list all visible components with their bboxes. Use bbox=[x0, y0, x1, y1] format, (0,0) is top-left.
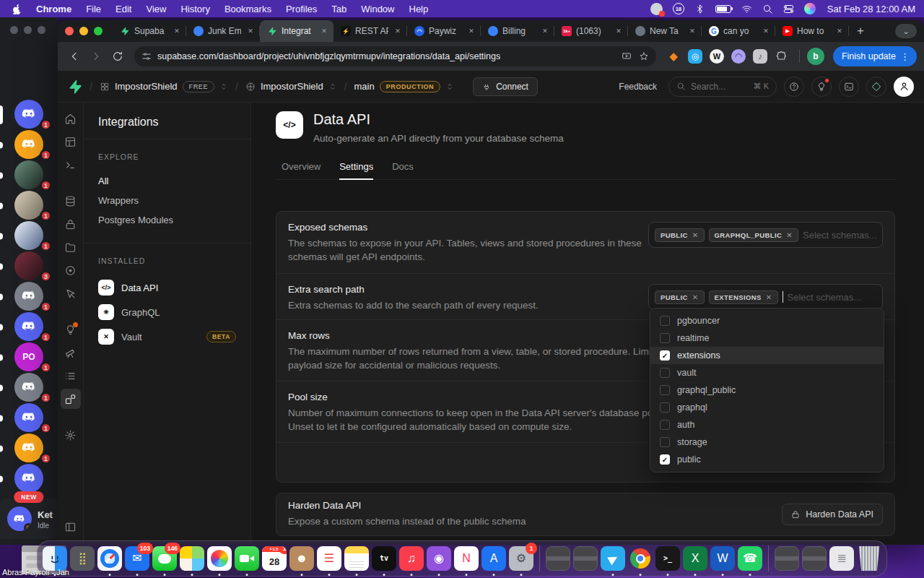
server-avatar[interactable] bbox=[14, 373, 43, 402]
help-button[interactable] bbox=[784, 77, 804, 97]
sql-editor-nav-icon[interactable] bbox=[61, 155, 81, 175]
dock-window-preview-2-icon[interactable] bbox=[573, 546, 598, 571]
server-avatar[interactable] bbox=[14, 100, 43, 129]
dock-telegram-icon[interactable]: ▶ bbox=[601, 546, 625, 571]
supabase-logo[interactable] bbox=[68, 79, 82, 94]
connect-button[interactable]: Connect bbox=[473, 77, 538, 96]
discord-user-panel[interactable]: ☾ Ket Idle bbox=[0, 499, 58, 539]
unchecked-checkbox[interactable] bbox=[660, 333, 670, 343]
close-window-button[interactable] bbox=[65, 27, 74, 35]
chip-remove-icon[interactable]: ✕ bbox=[692, 293, 699, 301]
dock-chrome-icon[interactable] bbox=[628, 546, 653, 571]
server-avatar[interactable] bbox=[14, 434, 43, 462]
finish-update-button[interactable]: Finish update⋮ bbox=[833, 46, 917, 66]
wifi-icon[interactable] bbox=[741, 3, 752, 14]
control-center-icon[interactable] bbox=[783, 3, 794, 14]
dock-calendar-icon[interactable]: FEB281 bbox=[262, 546, 287, 571]
discord-server-8[interactable]: 1 bbox=[0, 312, 58, 342]
menu-window[interactable]: Window bbox=[354, 4, 401, 14]
schema-option-public[interactable]: ✓public bbox=[650, 451, 884, 468]
breadcrumb-project[interactable]: ImpostorShield bbox=[245, 81, 337, 92]
feedback-button[interactable]: Feedback bbox=[614, 82, 661, 92]
blue-extension-icon[interactable]: ◎ bbox=[688, 49, 702, 64]
dock-notes-icon[interactable] bbox=[344, 546, 369, 571]
dock-terminal-icon[interactable]: >_ bbox=[655, 546, 680, 571]
dock-window-preview-1-icon[interactable] bbox=[546, 546, 570, 571]
storage-nav-icon[interactable] bbox=[61, 237, 81, 257]
discord-server-10[interactable]: 1 bbox=[0, 373, 58, 403]
harden-data-api-button[interactable]: Harden Data API bbox=[782, 504, 883, 525]
w-extension-icon[interactable]: W bbox=[710, 49, 724, 64]
schema-option-auth[interactable]: auth bbox=[650, 416, 884, 434]
forward-button[interactable] bbox=[87, 47, 105, 66]
discord-server-7[interactable]: 1 bbox=[0, 282, 58, 312]
tab-10[interactable]: ▶How to✕ bbox=[775, 20, 849, 42]
schema-option-storage[interactable]: storage bbox=[650, 434, 884, 451]
logs-nav-icon[interactable] bbox=[61, 366, 81, 386]
menu-help[interactable]: Help bbox=[402, 4, 436, 14]
unchecked-checkbox[interactable] bbox=[660, 437, 670, 447]
branch-switcher-icon[interactable] bbox=[445, 82, 454, 91]
discord-server-2[interactable]: 1 bbox=[0, 130, 58, 160]
tab-close-icon[interactable]: ✕ bbox=[540, 27, 550, 35]
tab-close-icon[interactable]: ✕ bbox=[687, 27, 697, 35]
table-editor-nav-icon[interactable] bbox=[61, 131, 81, 152]
discord-server-11[interactable]: 1 bbox=[0, 403, 58, 434]
project-switcher-icon[interactable] bbox=[328, 82, 337, 91]
install-app-icon[interactable] bbox=[622, 51, 632, 61]
tab-1[interactable]: Supaba✕ bbox=[113, 20, 186, 42]
extensions-puzzle-icon[interactable] bbox=[775, 49, 789, 64]
reports-nav-icon[interactable] bbox=[61, 342, 81, 363]
tab-overview[interactable]: Overview bbox=[282, 161, 321, 179]
dock-facetime-icon[interactable] bbox=[235, 546, 259, 571]
dock-contacts-icon[interactable]: ☻ bbox=[289, 546, 314, 571]
battery-icon[interactable] bbox=[715, 3, 731, 14]
breadcrumb-branch[interactable]: main PRODUCTION bbox=[354, 81, 455, 92]
org-switcher-icon[interactable] bbox=[219, 82, 228, 91]
dock-mail-icon[interactable]: ✉103 bbox=[125, 546, 149, 571]
dock-word-icon[interactable]: W bbox=[710, 546, 735, 571]
tab-2[interactable]: Junk Em✕ bbox=[186, 20, 260, 42]
server-avatar[interactable]: PO bbox=[14, 342, 43, 371]
server-avatar[interactable] bbox=[14, 312, 43, 341]
server-avatar[interactable] bbox=[14, 130, 43, 159]
dock-photos-icon[interactable] bbox=[207, 546, 232, 571]
dock-music-icon[interactable]: ♫ bbox=[399, 546, 424, 571]
sidebar-item-graphql[interactable]: ✳GraphQL bbox=[98, 300, 236, 324]
schema-multiselect-input[interactable]: PUBLIC✕GRAPHQL_PUBLIC✕Select schemas... bbox=[648, 222, 883, 248]
server-avatar[interactable] bbox=[14, 403, 43, 432]
search-input[interactable]: Search... ⌘ K bbox=[668, 77, 777, 97]
unchecked-checkbox[interactable] bbox=[660, 420, 670, 430]
dock-appletv-icon[interactable]: tv bbox=[372, 546, 396, 571]
discord-server-6[interactable]: 3 bbox=[0, 251, 58, 282]
unchecked-checkbox[interactable] bbox=[660, 385, 670, 395]
checked-checkbox[interactable]: ✓ bbox=[660, 350, 670, 361]
breadcrumb-org[interactable]: ImpostorShield FREE bbox=[100, 81, 228, 92]
new-tab-button[interactable]: + bbox=[852, 22, 869, 40]
dock-minimized-window-2-icon[interactable] bbox=[802, 546, 827, 571]
schema-option-vault[interactable]: vault bbox=[650, 364, 884, 381]
discord-server-12[interactable]: 1 bbox=[0, 434, 58, 464]
schema-option-graphql[interactable]: graphql bbox=[650, 399, 884, 416]
dock-minimized-window-1-icon[interactable] bbox=[775, 546, 799, 571]
discord-server-9[interactable]: PO1 bbox=[0, 342, 58, 373]
chrome-profile-avatar[interactable]: b bbox=[807, 48, 824, 65]
collapse-sidebar-icon[interactable] bbox=[61, 517, 81, 537]
dock-messages-icon[interactable]: 146 bbox=[152, 546, 177, 571]
tab-close-icon[interactable]: ✕ bbox=[245, 27, 256, 35]
bluetooth-icon[interactable] bbox=[694, 3, 705, 14]
sidebar-item-all[interactable]: All bbox=[98, 171, 236, 191]
chip-remove-icon[interactable]: ✕ bbox=[786, 231, 793, 239]
dock-system-settings-icon[interactable]: ⚙1 bbox=[509, 546, 533, 571]
tab-close-icon[interactable]: ✕ bbox=[834, 27, 845, 35]
gray-extension-icon[interactable]: ♪ bbox=[753, 49, 767, 64]
tab-8[interactable]: New Ta✕ bbox=[628, 20, 702, 42]
metamask-extension-icon[interactable]: ◆ bbox=[666, 49, 681, 64]
discord-server-1[interactable]: 1 bbox=[0, 100, 58, 130]
screen-mirroring-icon[interactable] bbox=[650, 3, 663, 15]
dock-news-icon[interactable]: N bbox=[454, 546, 479, 571]
schema-multiselect-input[interactable]: PUBLIC✕EXTENSIONS✕Select schemas... bbox=[648, 284, 883, 310]
schema-option-extensions[interactable]: ✓extensions bbox=[650, 347, 884, 364]
reload-button[interactable] bbox=[108, 47, 127, 66]
sidebar-item-wrappers[interactable]: Wrappers bbox=[98, 191, 236, 210]
